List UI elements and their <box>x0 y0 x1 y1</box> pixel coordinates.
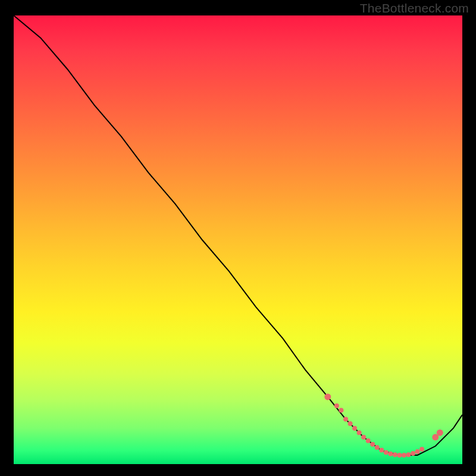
highlight-dot <box>388 452 393 456</box>
highlight-dot <box>348 421 353 426</box>
highlight-dot <box>393 452 397 457</box>
chart-svg <box>14 15 462 464</box>
data-curve <box>14 15 462 455</box>
chart-plot-area <box>14 15 462 464</box>
highlight-dot <box>402 453 406 458</box>
highlight-dot <box>357 430 362 435</box>
highlight-dot <box>361 435 366 440</box>
highlight-dot <box>411 451 415 456</box>
highlight-dot <box>419 447 424 452</box>
highlight-dot <box>406 452 411 457</box>
watermark-text: TheBottleneck.com <box>360 1 469 15</box>
highlight-dot <box>384 450 389 455</box>
highlight-dot <box>379 448 384 453</box>
highlight-dot <box>334 403 339 408</box>
highlight-dot <box>339 408 343 413</box>
highlight-dots <box>324 393 443 458</box>
highlight-dot <box>343 417 348 422</box>
highlight-dot <box>415 449 420 454</box>
chart-frame: TheBottleneck.com <box>0 0 476 476</box>
highlight-dot <box>437 430 443 436</box>
highlight-dot <box>352 426 357 431</box>
highlight-dot <box>324 393 331 400</box>
highlight-dot <box>397 453 402 458</box>
highlight-dot <box>370 442 375 447</box>
highlight-dot <box>366 439 371 443</box>
highlight-dot <box>375 445 380 450</box>
